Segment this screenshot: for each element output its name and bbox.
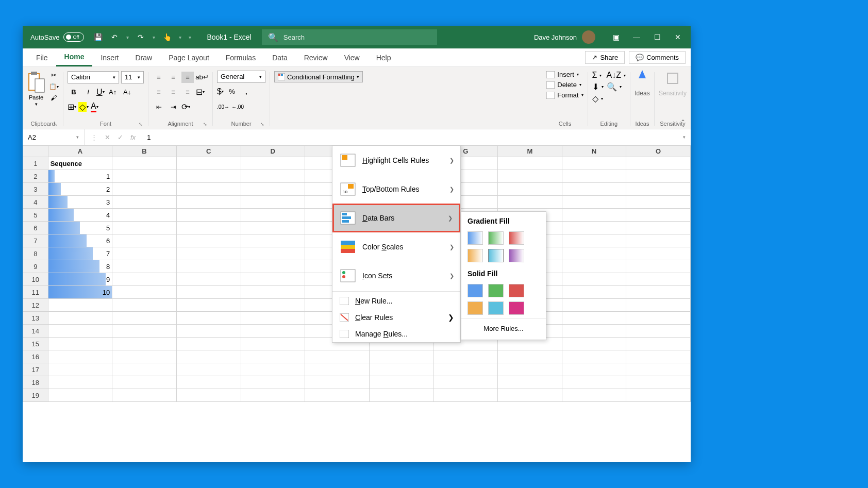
cell-A2[interactable]: 1 bbox=[48, 170, 112, 183]
maximize-icon[interactable]: ☐ bbox=[652, 32, 662, 42]
cell-B5[interactable] bbox=[112, 209, 177, 222]
increase-font-icon[interactable]: A↑ bbox=[107, 87, 119, 98]
cell-C17[interactable] bbox=[176, 363, 241, 376]
menu-data-bars[interactable]: Data Bars❯ bbox=[332, 204, 460, 232]
cell-F18[interactable] bbox=[369, 376, 433, 389]
cell-A7[interactable]: 6 bbox=[48, 234, 112, 247]
cell-O12[interactable] bbox=[626, 299, 691, 312]
tab-view[interactable]: View bbox=[336, 48, 368, 66]
cell-C12[interactable] bbox=[176, 299, 241, 312]
cell-A1[interactable]: Sequence bbox=[48, 157, 112, 170]
copy-icon[interactable]: 📋▾ bbox=[48, 82, 59, 91]
qat-dropdown[interactable]: ▾ bbox=[126, 35, 129, 40]
cell-F17[interactable] bbox=[369, 363, 433, 376]
cell-D5[interactable] bbox=[241, 209, 305, 222]
cell-M2[interactable] bbox=[498, 170, 562, 183]
share-button[interactable]: ↗Share bbox=[585, 51, 625, 64]
cancel-icon[interactable]: ✕ bbox=[105, 133, 110, 141]
cell-N15[interactable] bbox=[562, 338, 626, 350]
cell-A5[interactable]: 4 bbox=[48, 209, 112, 222]
cell-A13[interactable] bbox=[48, 312, 112, 325]
cell-E19[interactable] bbox=[305, 389, 370, 402]
cell-A19[interactable] bbox=[48, 389, 112, 402]
cell-D1[interactable] bbox=[241, 157, 305, 170]
cell-O5[interactable] bbox=[626, 209, 691, 222]
menu-icon-sets[interactable]: Icon Sets❯ bbox=[332, 261, 460, 290]
cell-D6[interactable] bbox=[241, 222, 305, 234]
cell-G16[interactable] bbox=[433, 350, 498, 363]
decrease-font-icon[interactable]: A↓ bbox=[121, 87, 133, 98]
cell-D4[interactable] bbox=[241, 196, 305, 209]
cell-N18[interactable] bbox=[562, 376, 626, 389]
cell-N6[interactable] bbox=[562, 222, 626, 234]
cell-N12[interactable] bbox=[562, 299, 626, 312]
gradient-orange[interactable] bbox=[468, 249, 483, 262]
cell-C9[interactable] bbox=[176, 260, 241, 273]
cell-C1[interactable] bbox=[176, 157, 241, 170]
increase-decimal-icon[interactable]: .00→ bbox=[217, 101, 229, 112]
decrease-indent-icon[interactable]: ⇤ bbox=[153, 102, 165, 113]
wrap-text-icon[interactable]: ab↵ bbox=[196, 72, 208, 83]
tab-insert[interactable]: Insert bbox=[92, 48, 127, 66]
gradient-red[interactable] bbox=[509, 231, 524, 245]
cell-D7[interactable] bbox=[241, 234, 305, 247]
cell-C2[interactable] bbox=[176, 170, 241, 183]
tab-draw[interactable]: Draw bbox=[127, 48, 160, 66]
cell-M18[interactable] bbox=[498, 376, 562, 389]
row-header-16[interactable]: 16 bbox=[23, 350, 48, 363]
gradient-purple[interactable] bbox=[509, 249, 524, 262]
fx-icon[interactable]: fx bbox=[130, 133, 136, 141]
launcher-icon[interactable]: ⤡ bbox=[139, 122, 143, 127]
cell-O14[interactable] bbox=[626, 325, 691, 338]
solid-lightblue[interactable] bbox=[488, 301, 504, 315]
cell-A15[interactable] bbox=[48, 338, 112, 350]
tab-file[interactable]: File bbox=[28, 48, 56, 66]
orientation-button[interactable]: ⟳▾ bbox=[181, 102, 190, 112]
name-box[interactable]: A2▾ bbox=[23, 129, 85, 145]
cell-F16[interactable] bbox=[369, 350, 433, 363]
launcher-icon[interactable]: ⤡ bbox=[260, 122, 264, 127]
spreadsheet-grid[interactable]: ABCDEFGMNO1Sequence213243546576879810911… bbox=[23, 145, 691, 462]
cell-D18[interactable] bbox=[241, 376, 305, 389]
gradient-lightblue[interactable] bbox=[488, 249, 504, 262]
cell-N13[interactable] bbox=[562, 312, 626, 325]
avatar[interactable] bbox=[582, 30, 595, 44]
cell-N14[interactable] bbox=[562, 325, 626, 338]
launcher-icon[interactable]: ⤡ bbox=[54, 122, 58, 127]
cell-C6[interactable] bbox=[176, 222, 241, 234]
formula-input[interactable]: 1▾ bbox=[142, 133, 691, 141]
col-header-C[interactable]: C bbox=[176, 146, 241, 157]
align-left-icon[interactable]: ≡ bbox=[153, 87, 165, 98]
cell-M17[interactable] bbox=[498, 363, 562, 376]
format-painter-icon[interactable]: 🖌 bbox=[48, 93, 59, 103]
cell-C16[interactable] bbox=[176, 350, 241, 363]
row-header-13[interactable]: 13 bbox=[23, 312, 48, 325]
cell-D13[interactable] bbox=[241, 312, 305, 325]
row-header-12[interactable]: 12 bbox=[23, 299, 48, 312]
cell-B13[interactable] bbox=[112, 312, 177, 325]
cell-D17[interactable] bbox=[241, 363, 305, 376]
cell-O16[interactable] bbox=[626, 350, 691, 363]
tab-data[interactable]: Data bbox=[264, 48, 296, 66]
cell-O8[interactable] bbox=[626, 247, 691, 260]
font-color-button[interactable]: A▾ bbox=[91, 102, 98, 112]
increase-indent-icon[interactable]: ⇥ bbox=[167, 102, 179, 113]
solid-red[interactable] bbox=[509, 284, 524, 297]
cell-C7[interactable] bbox=[176, 234, 241, 247]
cell-O13[interactable] bbox=[626, 312, 691, 325]
cell-B19[interactable] bbox=[112, 389, 177, 402]
col-header-O[interactable]: O bbox=[626, 146, 691, 157]
row-header-10[interactable]: 10 bbox=[23, 273, 48, 286]
col-header-B[interactable]: B bbox=[112, 146, 177, 157]
cell-M4[interactable] bbox=[498, 196, 562, 209]
menu-highlight-cells[interactable]: Highlight Cells Rules❯ bbox=[332, 146, 460, 175]
cell-D2[interactable] bbox=[241, 170, 305, 183]
row-header-7[interactable]: 7 bbox=[23, 234, 48, 247]
solid-orange[interactable] bbox=[468, 301, 483, 315]
cell-C18[interactable] bbox=[176, 376, 241, 389]
menu-new-rule[interactable]: New Rule... bbox=[332, 293, 460, 309]
row-header-11[interactable]: 11 bbox=[23, 286, 48, 299]
cell-B8[interactable] bbox=[112, 247, 177, 260]
minimize-icon[interactable]: — bbox=[631, 32, 642, 42]
cell-C10[interactable] bbox=[176, 273, 241, 286]
